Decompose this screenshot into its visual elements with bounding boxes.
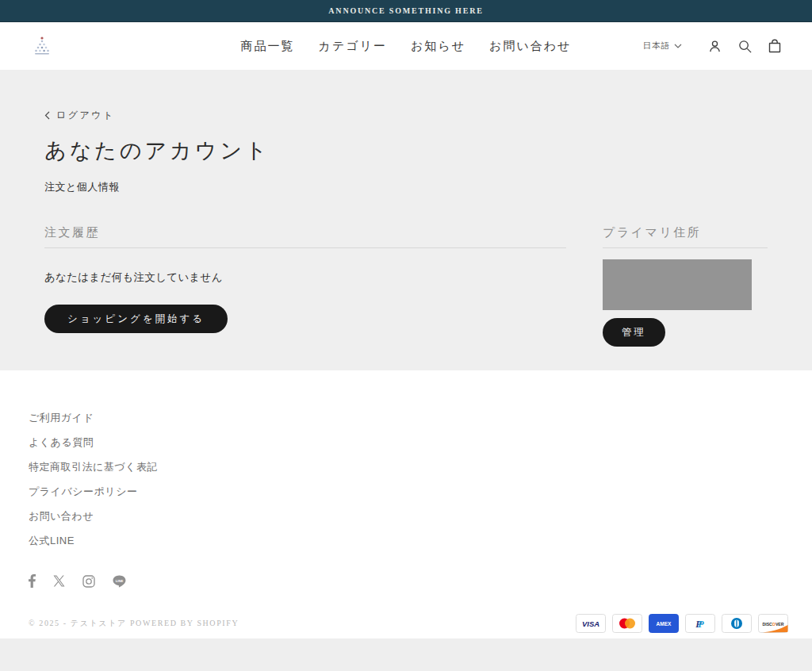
paypal-badge: P P	[685, 614, 715, 633]
language-selected-label: 日本語	[643, 40, 671, 52]
primary-address-heading: プライマリ住所	[603, 225, 768, 248]
page-title: あなたのアカウント	[44, 139, 768, 163]
order-history-section: 注文履歴 あなたはまだ何も注文していません ショッピングを開始する	[44, 225, 566, 347]
footer-link-contact[interactable]: お問い合わせ	[29, 510, 94, 522]
amex-badge: AMEX	[649, 614, 679, 633]
footer-link-faq[interactable]: よくある質問	[29, 436, 94, 448]
logo-tree-icon	[32, 35, 52, 57]
mastercard-badge	[612, 614, 642, 633]
payment-methods: VISA AMEX P P	[576, 614, 788, 633]
announcement-bar: ANNOUNCE SOMETHING HERE	[0, 0, 812, 22]
visa-badge: VISA	[576, 614, 606, 633]
nav-item-categories[interactable]: カテゴリー	[319, 39, 387, 54]
search-button[interactable]	[736, 37, 753, 55]
x-twitter-icon[interactable]	[53, 575, 65, 587]
footer-link-privacy[interactable]: プライバシーポリシー	[29, 485, 137, 497]
logout-link[interactable]: ログアウト	[44, 109, 115, 122]
account-page: ログアウト あなたのアカウント 注文と個人情報 注文履歴 あなたはまだ何も注文し…	[0, 70, 812, 370]
footer-link-legal[interactable]: 特定商取引法に基づく表記	[29, 461, 158, 473]
footer-bottom-row: © 2025 - テストストア POWERED BY SHOPIFY VISA …	[29, 614, 788, 633]
svg-text:LINE: LINE	[116, 579, 124, 583]
footer-links: ご利用ガイド よくある質問 特定商取引法に基づく表記 プライバシーポリシー お問…	[29, 410, 788, 547]
start-shopping-button[interactable]: ショッピングを開始する	[44, 305, 228, 333]
address-placeholder	[603, 259, 752, 310]
shopping-bag-icon	[767, 38, 783, 54]
copyright-text: © 2025 - テストストア POWERED BY SHOPIFY	[29, 618, 239, 629]
site-header: 商品一覧 カテゴリー お知らせ お問い合わせ 日本語	[0, 22, 812, 70]
manage-address-button[interactable]: 管理	[603, 318, 665, 347]
line-icon[interactable]: LINE	[113, 575, 126, 588]
footer-link-line[interactable]: 公式LINE	[29, 535, 75, 546]
chevron-down-icon	[674, 44, 682, 48]
svg-text:AMEX: AMEX	[657, 621, 672, 627]
nav-item-news[interactable]: お知らせ	[411, 39, 465, 54]
language-selector[interactable]: 日本語	[643, 40, 683, 52]
nav-item-contact[interactable]: お問い合わせ	[489, 39, 571, 54]
site-footer: ご利用ガイド よくある質問 特定商取引法に基づく表記 プライバシーポリシー お問…	[0, 370, 812, 638]
page-bottom-strip	[0, 638, 812, 671]
orders-empty-message: あなたはまだ何も注文していません	[44, 270, 566, 285]
announcement-text: ANNOUNCE SOMETHING HERE	[328, 6, 483, 15]
discover-badge: DISCOVER	[758, 614, 788, 633]
store-logo[interactable]	[32, 35, 52, 57]
logout-label: ログアウト	[56, 109, 115, 122]
diners-badge	[722, 614, 752, 633]
order-history-heading: 注文履歴	[44, 225, 566, 248]
footer-link-guide[interactable]: ご利用ガイド	[29, 412, 94, 424]
svg-text:VISA: VISA	[582, 619, 599, 628]
header-actions: 日本語	[643, 37, 784, 55]
account-icon	[707, 39, 722, 54]
search-icon	[737, 39, 753, 54]
account-button[interactable]	[706, 37, 723, 55]
cart-button[interactable]	[766, 37, 783, 55]
svg-text:P: P	[698, 619, 704, 630]
nav-item-products[interactable]: 商品一覧	[241, 39, 295, 54]
facebook-icon[interactable]	[29, 574, 36, 588]
instagram-icon[interactable]	[82, 575, 95, 588]
chevron-left-icon	[44, 111, 50, 120]
page-subtitle: 注文と個人情報	[44, 180, 768, 194]
primary-address-section: プライマリ住所 管理	[603, 225, 768, 347]
social-links: LINE	[29, 574, 788, 588]
svg-text:DISCOVER: DISCOVER	[762, 622, 783, 627]
